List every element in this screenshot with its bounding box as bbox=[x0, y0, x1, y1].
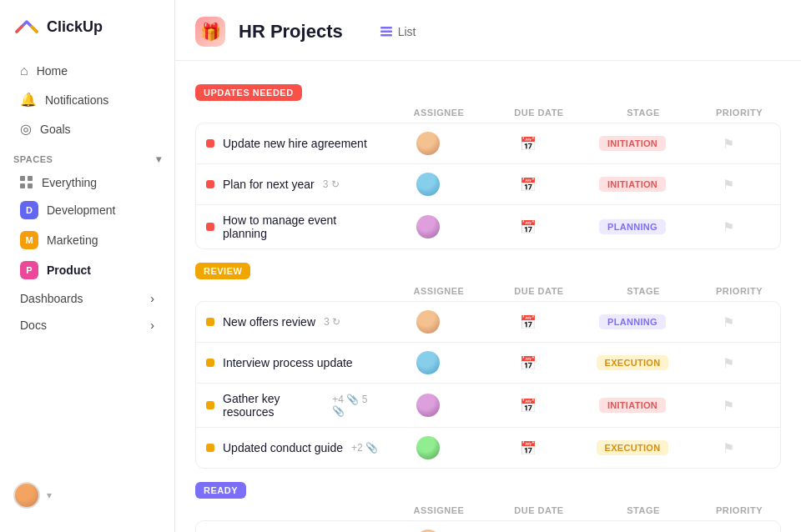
flag-icon: ⚑ bbox=[723, 136, 734, 152]
due-date-cell: 📅 bbox=[478, 398, 578, 414]
table-row[interactable]: Interview process update 📅 EXECUTION ⚑ bbox=[196, 343, 780, 384]
avatar bbox=[416, 310, 440, 334]
stage-badge: PLANNING bbox=[599, 314, 666, 329]
calendar-icon: 📅 bbox=[520, 355, 537, 371]
stage-cell: INITIATION bbox=[578, 177, 687, 192]
sidebar-item-docs[interactable]: Docs › bbox=[7, 312, 168, 339]
priority-cell: ⚑ bbox=[687, 314, 770, 330]
list-view-button[interactable]: List bbox=[370, 20, 426, 43]
product-dot: P bbox=[20, 261, 38, 279]
home-icon: ⌂ bbox=[20, 63, 28, 78]
task-list-area: UPDATES NEEDED ASSIGNEE DUE DATE STAGE P… bbox=[175, 61, 801, 532]
due-date-cell: 📅 bbox=[478, 440, 578, 456]
task-name-cell: Plan for next year 3 ↻ bbox=[206, 178, 378, 191]
page-title: HR Projects bbox=[239, 21, 343, 43]
table-row[interactable]: How to manage event planning 📅 PLANNING … bbox=[196, 205, 780, 248]
priority-cell: ⚑ bbox=[687, 177, 770, 193]
priority-cell: ⚑ bbox=[687, 136, 770, 152]
table-row[interactable]: New offers review 3 ↻ 📅 PLANNING ⚑ bbox=[196, 302, 780, 343]
svg-rect-1 bbox=[380, 31, 392, 33]
sidebar-item-goals[interactable]: ◎ Goals bbox=[7, 114, 168, 143]
svg-rect-0 bbox=[380, 27, 392, 29]
task-name-cell: New offers review 3 ↻ bbox=[206, 315, 378, 329]
task-name-cell: Interview process update bbox=[206, 356, 378, 369]
main-header: 🎁 HR Projects List bbox=[175, 0, 801, 61]
marketing-dot: M bbox=[20, 231, 38, 249]
col-headers-updates: ASSIGNEE DUE DATE STAGE PRIORITY bbox=[195, 104, 781, 121]
goals-icon: ◎ bbox=[20, 121, 32, 137]
spaces-section-header: Spaces ▾ bbox=[0, 143, 174, 170]
table-row[interactable]: Plan for next year 3 ↻ 📅 INITIATION ⚑ bbox=[196, 164, 780, 205]
space-everything-label: Everything bbox=[42, 176, 97, 189]
task-dot bbox=[206, 444, 214, 452]
col-headers-review: ASSIGNEE DUE DATE STAGE PRIORITY bbox=[195, 283, 781, 299]
sidebar-item-dashboards[interactable]: Dashboards › bbox=[7, 285, 168, 312]
stage-cell: INITIATION bbox=[578, 398, 687, 413]
chevron-right-icon: › bbox=[150, 319, 154, 332]
flag-icon: ⚑ bbox=[723, 177, 734, 193]
task-group-review: New offers review 3 ↻ 📅 PLANNING ⚑ bbox=[195, 301, 781, 469]
sidebar-item-notifications[interactable]: 🔔 Notifications bbox=[7, 85, 168, 114]
sidebar-item-marketing[interactable]: M Marketing bbox=[7, 225, 168, 255]
task-dot bbox=[206, 401, 214, 409]
due-date-cell: 📅 bbox=[478, 136, 578, 152]
sidebar: ClickUp ⌂ Home 🔔 Notifications ◎ Goals S… bbox=[0, 0, 175, 532]
avatar bbox=[416, 215, 440, 238]
space-development-label: Development bbox=[47, 203, 116, 217]
group-ready: READY ASSIGNEE DUE DATE STAGE PRIORITY N… bbox=[195, 482, 781, 532]
group-review: REVIEW ASSIGNEE DUE DATE STAGE PRIORITY … bbox=[195, 263, 781, 469]
page-icon: 🎁 bbox=[195, 17, 225, 47]
sidebar-item-home[interactable]: ⌂ Home bbox=[7, 57, 168, 85]
task-name: Update new hire agreement bbox=[223, 137, 367, 150]
task-dot bbox=[206, 223, 214, 231]
task-dot bbox=[206, 359, 214, 367]
col-task bbox=[195, 108, 389, 118]
stage-badge: PLANNING bbox=[599, 219, 666, 234]
everything-grid-icon bbox=[20, 176, 33, 189]
table-row[interactable]: Update new hire agreement 📅 INITIATION ⚑ bbox=[196, 123, 780, 164]
sidebar-item-notifications-label: Notifications bbox=[45, 93, 108, 107]
table-row[interactable]: Gather key resources +4 📎 5 📎 📅 INITIATI… bbox=[196, 384, 780, 428]
flag-icon: ⚑ bbox=[723, 440, 734, 456]
chevron-down-icon: ▾ bbox=[156, 153, 162, 165]
task-name-cell: Update new hire agreement bbox=[206, 137, 378, 150]
col-task bbox=[195, 505, 389, 515]
list-view-icon bbox=[380, 25, 393, 38]
user-avatar[interactable] bbox=[13, 482, 40, 509]
user-chevron-icon: ▾ bbox=[47, 489, 52, 501]
assignee-cell bbox=[378, 436, 478, 459]
task-name: How to manage event planning bbox=[223, 213, 378, 240]
sidebar-item-development[interactable]: D Development bbox=[7, 195, 168, 225]
due-date-cell: 📅 bbox=[478, 314, 578, 330]
task-name-cell: How to manage event planning bbox=[206, 213, 378, 240]
assignee-cell bbox=[378, 351, 478, 374]
flag-icon: ⚑ bbox=[723, 314, 734, 330]
calendar-icon: 📅 bbox=[520, 440, 537, 456]
sidebar-item-product[interactable]: P Product bbox=[7, 255, 168, 285]
development-dot: D bbox=[20, 201, 38, 219]
flag-icon: ⚑ bbox=[723, 219, 734, 235]
table-row[interactable]: Updated conduct guide +2 📎 📅 EXECUTION ⚑ bbox=[196, 428, 780, 468]
group-header-updates: UPDATES NEEDED bbox=[195, 84, 781, 101]
logo-text: ClickUp bbox=[47, 18, 103, 36]
clickup-logo-icon bbox=[13, 13, 40, 40]
calendar-icon: 📅 bbox=[520, 398, 537, 414]
stage-cell: PLANNING bbox=[578, 314, 687, 329]
svg-rect-2 bbox=[380, 34, 392, 37]
table-row[interactable]: New contractor agreement 📅 PLANNING ⚑ bbox=[196, 521, 780, 532]
calendar-icon: 📅 bbox=[520, 136, 537, 152]
col-assignee-2: ASSIGNEE bbox=[389, 286, 489, 296]
main-content: 🎁 HR Projects List UPDATES NEEDED ASSIGN… bbox=[175, 0, 801, 532]
priority-cell: ⚑ bbox=[687, 440, 770, 456]
task-name-cell: Gather key resources +4 📎 5 📎 bbox=[206, 392, 378, 419]
avatar bbox=[416, 173, 440, 196]
due-date-cell: 📅 bbox=[478, 219, 578, 235]
col-stage-1: STAGE bbox=[589, 108, 698, 118]
task-name: Updated conduct guide bbox=[223, 441, 343, 454]
stage-badge: INITIATION bbox=[599, 136, 666, 151]
stage-badge: INITIATION bbox=[599, 177, 666, 192]
task-group-ready: New contractor agreement 📅 PLANNING ⚑ bbox=[195, 520, 781, 532]
task-meta: 3 ↻ bbox=[323, 178, 340, 190]
sidebar-item-everything[interactable]: Everything bbox=[7, 170, 168, 195]
task-dot bbox=[206, 318, 214, 326]
